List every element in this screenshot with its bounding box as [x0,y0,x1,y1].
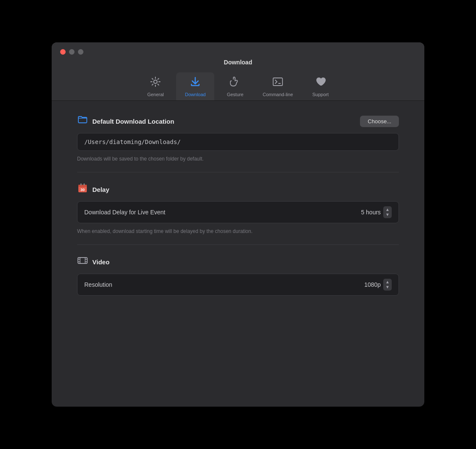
download-path-field[interactable]: /Users/diatoming/Downloads/ [77,133,399,151]
tab-gesture[interactable]: Gesture [216,72,254,100]
tab-commandline[interactable]: Command-line [256,72,300,100]
folder-icon [77,114,88,128]
tab-general-label: General [147,92,164,97]
stepper-up-icon: ▲ [385,207,390,212]
delay-value: 5 hours [361,209,381,216]
gear-icon [149,76,161,90]
video-title: Video [92,258,110,266]
stepper-down-icon: ▼ [385,212,390,217]
calendar-icon: 30 [77,183,88,196]
delay-title-group: 30 Delay [77,183,109,196]
tab-download-label: Download [185,92,206,97]
delay-header: 30 Delay [77,183,399,196]
video-header: Video [77,255,399,269]
content-area: Default Download Location Choose... /Use… [52,101,424,407]
choose-button[interactable]: Choose... [360,116,399,127]
tab-support-label: Support [313,92,329,97]
video-section: Video Resolution 1080p ▲ ▼ [77,255,399,296]
delay-row-label: Download Delay for Live Event [84,209,165,216]
terminal-icon [272,76,284,90]
maximize-button[interactable] [78,49,83,55]
resolution-value-group: 1080p ▲ ▼ [364,279,392,291]
location-title: Default Download Location [92,118,174,125]
separator-1 [77,172,399,172]
main-window: Download General [52,42,424,407]
delay-row: Download Delay for Live Event 5 hours ▲ … [77,201,399,223]
download-icon [189,76,201,90]
window-title: Download [224,59,252,66]
delay-title: Delay [92,186,109,193]
svg-rect-1 [273,78,282,86]
stepper-up-icon: ▲ [385,280,390,285]
tab-general[interactable]: General [136,72,174,100]
svg-point-0 [154,80,157,83]
location-section: Default Download Location Choose... /Use… [77,114,399,162]
svg-text:30: 30 [80,188,85,192]
svg-rect-5 [84,183,85,186]
svg-rect-7 [78,258,87,263]
tab-download[interactable]: Download [176,72,214,100]
location-title-group: Default Download Location [77,114,174,128]
location-header: Default Download Location Choose... [77,114,399,128]
toolbar: General Download [136,72,340,100]
tab-commandline-label: Command-line [263,92,293,97]
film-icon [77,255,88,269]
delay-hint: When enabled, download starting time wil… [77,228,399,234]
separator-2 [77,244,399,245]
tab-gesture-label: Gesture [227,92,244,97]
resolution-label: Resolution [84,281,112,288]
stepper-down-icon: ▼ [385,285,390,290]
resolution-stepper[interactable]: ▲ ▼ [383,279,392,291]
minimize-button[interactable] [69,49,75,55]
svg-rect-3 [78,185,87,187]
titlebar: Download General [52,42,424,101]
delay-stepper[interactable]: ▲ ▼ [383,206,392,218]
svg-rect-4 [80,183,82,186]
location-hint: Downloads will be saved to the chosen fo… [77,156,399,162]
close-button[interactable] [60,49,66,55]
gesture-icon [229,76,241,90]
delay-value-group: 5 hours ▲ ▼ [361,206,392,218]
heart-icon [315,76,327,90]
resolution-value: 1080p [364,281,381,288]
resolution-row: Resolution 1080p ▲ ▼ [77,274,399,296]
tab-support[interactable]: Support [302,72,340,100]
video-title-group: Video [77,255,110,269]
traffic-lights [60,49,83,55]
delay-section: 30 Delay Download Delay for Live Event 5… [77,183,399,234]
